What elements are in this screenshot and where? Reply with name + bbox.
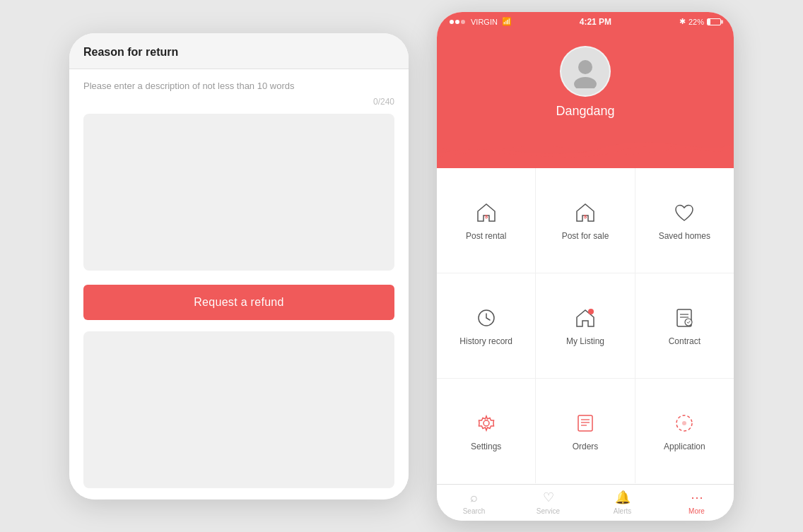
profile-header: Dangdang: [437, 32, 734, 168]
menu-item-post-rental[interactable]: $ Post rental: [437, 168, 536, 273]
service-icon: ♡: [543, 490, 554, 505]
avatar: [560, 46, 611, 97]
hint-text: Please enter a description of not less t…: [83, 81, 394, 91]
status-bar: VIRGIN 📶 4:21 PM ✱ 22%: [437, 12, 734, 32]
wifi-icon: 📶: [502, 17, 512, 26]
menu-label-settings: Settings: [471, 442, 501, 451]
nav-label-service: Service: [537, 507, 560, 515]
clock-icon: [474, 305, 499, 331]
menu-row-2: History record My Listing: [437, 273, 734, 379]
nav-item-more[interactable]: ⋯ More: [660, 485, 734, 521]
signal-icon: [450, 20, 465, 24]
menu-item-settings[interactable]: Settings: [437, 379, 536, 483]
page-title: Reason for return: [83, 46, 178, 58]
heart-icon: [672, 200, 697, 225]
left-phone-body: Please enter a description of not less t…: [69, 69, 409, 500]
left-phone: Reason for return Please enter a descrip…: [69, 33, 409, 500]
left-phone-header: Reason for return: [69, 33, 409, 69]
more-icon: ⋯: [691, 490, 703, 505]
svg-point-5: [588, 309, 594, 314]
menu-row-1: $ Post rental $ Post for sale: [437, 168, 734, 273]
menu-label-my-listing: My Listing: [566, 336, 604, 346]
status-left: VIRGIN 📶: [450, 17, 512, 26]
svg-point-10: [483, 420, 489, 426]
right-phone: VIRGIN 📶 4:21 PM ✱ 22% Dangdang: [437, 12, 734, 521]
menu-item-application[interactable]: Application: [635, 379, 734, 483]
list-icon: [573, 410, 598, 436]
menu-row-3: Settings Orders: [437, 379, 734, 483]
menu-item-saved-homes[interactable]: Saved homes: [635, 168, 734, 273]
wave-decoration: [437, 133, 734, 168]
menu-label-post-for-sale: Post for sale: [562, 231, 609, 241]
menu-item-my-listing[interactable]: My Listing: [536, 273, 635, 378]
carrier-label: VIRGIN: [471, 18, 498, 26]
svg-text:$: $: [484, 213, 488, 220]
menu-label-orders: Orders: [573, 442, 599, 451]
status-right: ✱ 22%: [679, 17, 721, 26]
menu-item-post-for-sale[interactable]: $ Post for sale: [536, 168, 635, 273]
char-count: 0/240: [83, 97, 394, 107]
menu-label-contract: Contract: [669, 336, 701, 346]
svg-point-0: [578, 60, 592, 74]
bottom-nav: ⌕ Search ♡ Service 🔔 Alerts ⋯ More: [437, 484, 734, 521]
svg-point-1: [574, 77, 597, 88]
battery-icon: [707, 18, 721, 25]
svg-point-16: [682, 421, 686, 425]
menu-label-history-record: History record: [459, 336, 512, 346]
menu-item-orders[interactable]: Orders: [536, 379, 635, 483]
menu-section: $ Post rental $ Post for sale: [437, 168, 734, 484]
bottom-area: [83, 331, 394, 488]
house-dollar-icon: $: [474, 200, 499, 225]
menu-label-application: Application: [664, 442, 705, 451]
nav-label-search: Search: [463, 507, 486, 515]
refund-button[interactable]: Request a refund: [83, 285, 394, 320]
gear-icon: [474, 410, 499, 436]
menu-item-contract[interactable]: Contract: [635, 273, 734, 378]
text-area-box[interactable]: [83, 114, 394, 271]
username: Dangdang: [556, 104, 614, 119]
svg-text:$: $: [584, 213, 587, 220]
dashed-circle-icon: [672, 410, 697, 436]
menu-item-history-record[interactable]: History record: [437, 273, 536, 378]
svg-point-9: [685, 319, 692, 326]
menu-label-saved-homes: Saved homes: [659, 231, 710, 241]
house-notify-icon: [573, 305, 598, 331]
nav-item-service[interactable]: ♡ Service: [511, 485, 585, 521]
bluetooth-icon: ✱: [679, 17, 686, 26]
nav-label-more: More: [688, 507, 705, 515]
nav-item-alerts[interactable]: 🔔 Alerts: [585, 485, 660, 521]
menu-label-post-rental: Post rental: [466, 231, 506, 241]
nav-label-alerts: Alerts: [614, 507, 632, 515]
search-icon: ⌕: [470, 490, 478, 505]
document-icon: [672, 305, 697, 331]
battery-percent: 22%: [688, 18, 704, 26]
time-display: 4:21 PM: [580, 17, 611, 27]
nav-item-search[interactable]: ⌕ Search: [437, 485, 511, 521]
house-sale-icon: $: [573, 200, 598, 225]
svg-rect-11: [578, 415, 592, 431]
alerts-icon: 🔔: [615, 490, 631, 505]
